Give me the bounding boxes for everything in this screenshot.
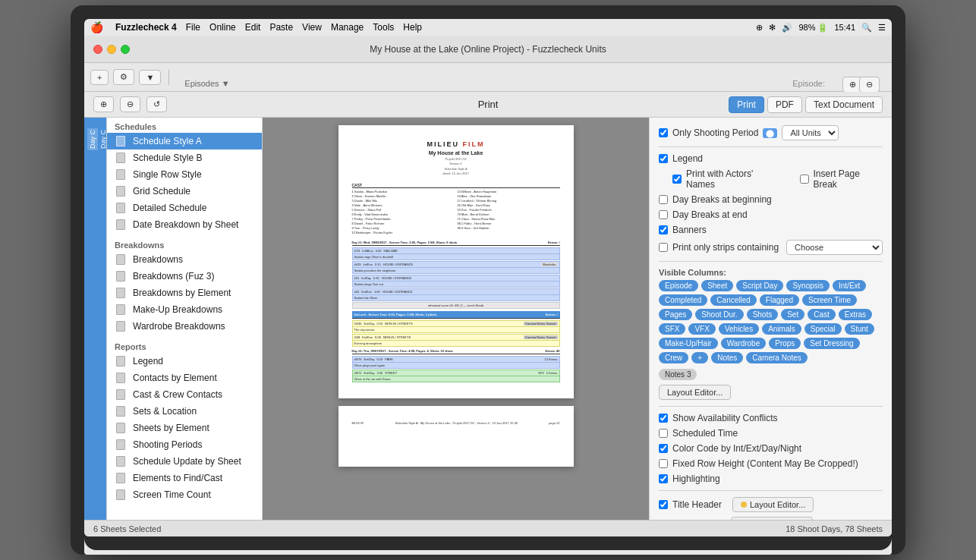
tag-shots[interactable]: Shots: [747, 309, 779, 320]
tag-notes[interactable]: Notes: [711, 352, 743, 363]
settings-button[interactable]: ⚙: [113, 69, 134, 85]
day-breaks-end-checkbox[interactable]: [659, 210, 668, 219]
scheduled-time-checkbox[interactable]: [659, 429, 668, 438]
tag-plus[interactable]: +: [691, 352, 708, 363]
shooting-period-value[interactable]: ⬤: [763, 128, 777, 138]
day-breaks-end-label: Day Breaks at end: [672, 209, 748, 220]
notes-3-pill[interactable]: Notes 3: [659, 369, 697, 380]
sidebar-item-wardrobe[interactable]: Wardrobe Breakdowns: [107, 318, 262, 335]
strips-choose-select[interactable]: Choose: [786, 240, 883, 255]
tag-screen-time[interactable]: Screen Time: [802, 294, 857, 306]
sidebar-item-breakdowns[interactable]: Breakdowns: [107, 251, 262, 268]
fixed-row-height-checkbox[interactable]: [659, 459, 668, 468]
tag-makeup-hair[interactable]: Make-Up/Hair: [659, 338, 718, 349]
sidebar-item-contacts-element[interactable]: Contacts by Element: [107, 370, 262, 386]
tag-completed[interactable]: Completed: [659, 294, 707, 306]
title-header-checkbox[interactable]: [659, 500, 668, 509]
strip-num-5: 56/36: [354, 322, 362, 326]
tag-animals[interactable]: Animals: [762, 323, 801, 335]
tag-cast[interactable]: Cast: [808, 309, 836, 320]
sidebar-item-sheets-element[interactable]: Sheets by Element: [107, 420, 262, 436]
print-strips-checkbox[interactable]: [659, 243, 668, 252]
zoom-out-button[interactable]: ⊖: [859, 77, 880, 93]
sidebar-item-grid[interactable]: Grid Schedule: [107, 183, 262, 200]
banners-checkbox[interactable]: [659, 225, 668, 234]
tag-pages[interactable]: Pages: [659, 309, 692, 320]
menu-edit[interactable]: Edit: [245, 22, 261, 33]
sidebar-item-schedule-style-a[interactable]: Schedule Style A: [107, 133, 262, 149]
sidebar-label-detailed: Detailed Schedule: [133, 203, 206, 213]
tag-flagged[interactable]: Flagged: [760, 294, 799, 306]
menu-tools[interactable]: Tools: [373, 22, 394, 33]
all-units-select[interactable]: All Units: [782, 125, 839, 140]
tag-sheet[interactable]: Sheet: [701, 280, 733, 291]
text-doc-button[interactable]: Text Document: [805, 96, 883, 113]
tag-props[interactable]: Props: [769, 338, 801, 349]
sidebar-item-screen-time[interactable]: Screen Time Count: [107, 486, 262, 503]
menu-paste[interactable]: Paste: [269, 22, 293, 33]
tag-int-ext[interactable]: Int/Ext: [833, 280, 866, 291]
list-icon[interactable]: ☰: [878, 23, 886, 33]
menu-online[interactable]: Online: [209, 22, 236, 33]
tag-vfx[interactable]: VFX: [688, 323, 715, 335]
sidebar-item-elements-find[interactable]: Elements to Find/Cast: [107, 470, 262, 486]
sidebar-day-labels: Day C Day C Day C Day C Day C: [84, 124, 107, 153]
color-code-checkbox[interactable]: [659, 444, 668, 453]
legend-checkbox[interactable]: [659, 154, 668, 163]
add-button[interactable]: +: [90, 70, 109, 85]
sidebar-item-detailed[interactable]: Detailed Schedule: [107, 200, 262, 216]
show-availability-checkbox[interactable]: [659, 414, 668, 423]
sidebar-item-schedule-update[interactable]: Schedule Update by Sheet: [107, 453, 262, 470]
strip-type-8: Ext/Day: [364, 371, 375, 375]
tag-set[interactable]: Set: [781, 309, 804, 320]
sidebar-item-shooting-periods[interactable]: Shooting Periods: [107, 436, 262, 453]
gear-dropdown-button[interactable]: ▼: [139, 70, 161, 85]
print-button[interactable]: Print: [729, 96, 764, 113]
zoom-in-print-button[interactable]: ⊕: [93, 96, 114, 112]
close-button[interactable]: [93, 45, 102, 54]
tag-special[interactable]: Special: [804, 323, 842, 335]
sidebar-item-makeup[interactable]: Make-Up Breakdowns: [107, 301, 262, 318]
sidebar-item-breakdowns-fuz3[interactable]: Breakdowns (Fuz 3): [107, 268, 262, 285]
menu-view[interactable]: View: [302, 22, 322, 33]
sidebar-item-date-breakdown[interactable]: Date Breakdown by Sheet: [107, 216, 262, 233]
tag-episode[interactable]: Episode: [659, 280, 698, 291]
menu-help[interactable]: Help: [403, 22, 422, 33]
sidebar-item-cast-crew[interactable]: Cast & Crew Contacts: [107, 386, 262, 403]
menu-manage[interactable]: Manage: [331, 22, 364, 33]
minimize-button[interactable]: [107, 45, 116, 54]
search-icon[interactable]: 🔍: [861, 23, 872, 33]
layout-editor-button-1[interactable]: Layout Editor...: [659, 385, 731, 400]
layout-editor-button-2[interactable]: Layout Editor...: [732, 497, 814, 512]
menu-file[interactable]: File: [186, 22, 200, 33]
tag-cancelled[interactable]: Cancelled: [710, 294, 756, 306]
tag-shoot-dur[interactable]: Shoot Dur.: [695, 309, 743, 320]
maximize-button[interactable]: [121, 45, 130, 54]
highlighting-checkbox[interactable]: [659, 474, 668, 483]
tab-episodes[interactable]: Episodes ▼: [184, 79, 229, 88]
sidebar-item-breakdowns-element[interactable]: Breakdowns by Element: [107, 285, 262, 301]
tag-set-dressing[interactable]: Set Dressing: [804, 338, 859, 349]
sidebar-item-single-row[interactable]: Single Row Style: [107, 166, 262, 183]
refresh-button[interactable]: ↺: [146, 96, 167, 112]
sidebar-item-sets-location[interactable]: Sets & Location: [107, 403, 262, 420]
tag-extras[interactable]: Extras: [839, 309, 872, 320]
zoom-out-print-button[interactable]: ⊖: [120, 96, 140, 112]
tag-wardrobe[interactable]: Wardrobe: [721, 338, 767, 349]
tag-vehicles[interactable]: Vehicles: [719, 323, 759, 335]
pdf-button[interactable]: PDF: [767, 96, 802, 113]
tag-script-day[interactable]: Script Day: [736, 280, 783, 291]
print-actors-checkbox[interactable]: [672, 175, 682, 184]
tag-crew[interactable]: Crew: [659, 352, 688, 363]
sidebar-item-legend[interactable]: Legend: [107, 353, 262, 370]
strip-location-7: PARK: [385, 357, 393, 361]
tag-synopsis[interactable]: Synopsis: [786, 280, 830, 291]
tag-sfx[interactable]: SFX: [659, 323, 685, 335]
shooting-period-checkbox[interactable]: [659, 128, 668, 137]
sidebar-item-schedule-style-b[interactable]: Schedule Style B: [107, 149, 262, 166]
insert-page-break-checkbox[interactable]: [800, 175, 809, 184]
apple-icon[interactable]: 🍎: [90, 21, 103, 33]
tag-stunt[interactable]: Stunt: [845, 323, 874, 335]
day-breaks-begin-checkbox[interactable]: [659, 195, 668, 204]
tag-camera-notes[interactable]: Camera Notes: [746, 352, 807, 363]
